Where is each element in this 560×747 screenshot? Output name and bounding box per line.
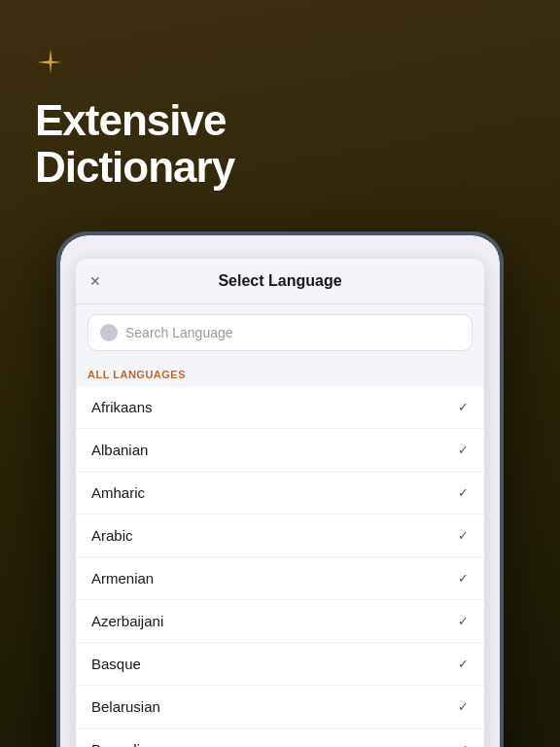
device-frame: ✕ Select Language Search Language ALL LA…: [56, 231, 504, 747]
language-name: Arabic: [91, 527, 133, 544]
list-item[interactable]: Basque✓: [76, 643, 484, 686]
search-placeholder: Search Language: [125, 325, 233, 340]
list-item[interactable]: Belarusian✓: [76, 686, 484, 729]
list-item[interactable]: Albanian✓: [76, 429, 484, 472]
check-icon: ✓: [458, 571, 469, 586]
sparkle-icon: [35, 47, 525, 82]
app-background: Extensive Dictionary ✕ Select Language S…: [0, 0, 560, 747]
check-icon: ✓: [458, 443, 469, 457]
language-name: Afrikaans: [91, 399, 153, 415]
hero-section: Extensive Dictionary: [0, 0, 560, 215]
check-icon: ✓: [458, 614, 469, 628]
language-name: Amharic: [91, 484, 145, 501]
check-icon: ✓: [458, 657, 469, 671]
check-icon: ✓: [458, 528, 469, 543]
language-name: Basque: [91, 656, 141, 672]
check-icon: ✓: [458, 742, 469, 747]
language-list: Afrikaans✓Albanian✓Amharic✓Arabic✓Armeni…: [76, 386, 484, 747]
language-name: Armenian: [91, 570, 154, 587]
modal-title: Select Language: [218, 272, 341, 290]
language-name: Belarusian: [91, 698, 160, 715]
language-name: Azerbaijani: [91, 613, 163, 629]
list-item[interactable]: Arabic✓: [76, 515, 484, 557]
language-name: Bengali: [91, 741, 140, 747]
check-icon: ✓: [458, 400, 469, 414]
list-item[interactable]: Afrikaans✓: [76, 386, 484, 429]
search-bar[interactable]: Search Language: [88, 314, 472, 351]
close-button[interactable]: ✕: [89, 273, 101, 289]
check-icon: ✓: [458, 699, 469, 714]
all-languages-label: ALL LANGUAGES: [76, 361, 484, 386]
language-name: Albanian: [91, 442, 148, 458]
app-title: Extensive Dictionary: [35, 97, 525, 192]
list-item[interactable]: Bengali✓: [76, 729, 484, 747]
device-screen: ✕ Select Language Search Language ALL LA…: [60, 235, 500, 747]
check-icon: ✓: [458, 485, 469, 500]
language-select-modal: ✕ Select Language Search Language ALL LA…: [76, 259, 484, 747]
search-icon: [100, 324, 118, 341]
modal-header: ✕ Select Language: [76, 259, 484, 304]
list-item[interactable]: Azerbaijani✓: [76, 600, 484, 643]
list-item[interactable]: Armenian✓: [76, 557, 484, 600]
list-item[interactable]: Amharic✓: [76, 472, 484, 515]
